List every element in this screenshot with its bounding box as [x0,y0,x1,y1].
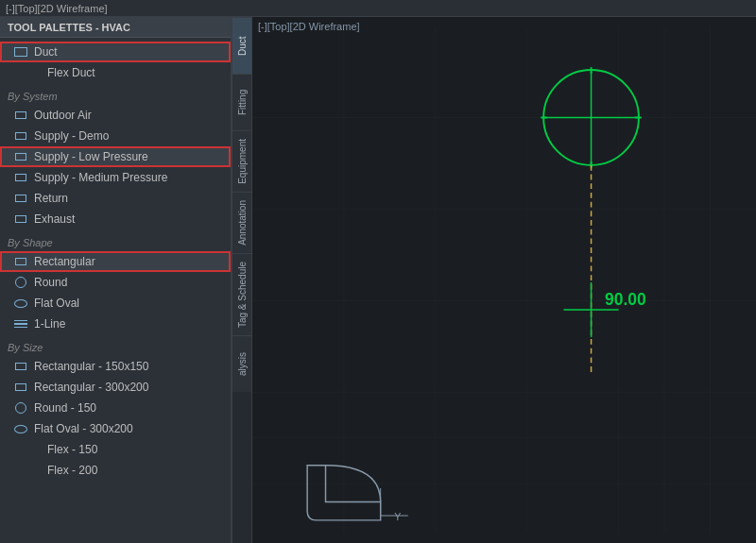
palette-item-rect-300x200[interactable]: Rectangular - 300x200 [0,377,231,398]
top-bar: [-][Top][2D Wireframe] [0,0,756,17]
section-by-system: By System [0,83,231,105]
flex-duct-icon [26,65,42,80]
flat-oval-300x200-icon [13,421,28,436]
supply-demo-label: Supply - Demo [34,129,109,143]
supply-med-label: Supply - Medium Pressure [34,171,167,184]
palette-item-round[interactable]: Round [0,272,231,293]
flat-oval-icon [13,296,28,311]
return-label: Return [34,192,68,205]
section-by-size: By Size [0,334,231,356]
palette-item-flex-duct[interactable]: Flex Duct [0,62,231,83]
supply-demo-icon [13,128,28,144]
flat-oval-label: Flat Oval [34,297,79,310]
exhaust-icon [13,212,28,227]
rectangular-icon [13,254,28,269]
vtab-duct[interactable]: Duct [232,17,251,74]
vtab-annotation[interactable]: Annotation [232,192,251,253]
vtab-analysis[interactable]: alysis [232,335,251,392]
viewport-title: [-][Top][2D Wireframe] [6,3,108,14]
1-line-icon [13,316,28,331]
svg-text:Y: Y [394,511,401,522]
palette-item-flat-oval[interactable]: Flat Oval [0,293,231,314]
palette-item-return[interactable]: Return [0,188,231,209]
palette-item-supply-low[interactable]: Supply - Low Pressure [0,146,231,167]
palette-item-exhaust[interactable]: Exhaust [0,209,231,229]
rect-300x200-label: Rectangular - 300x200 [34,381,148,394]
palette-header: TOOL PALETTES - HVAC [0,17,231,38]
cad-viewport: [-][Top][2D Wireframe] [252,17,756,543]
duct-icon [13,44,28,59]
outdoor-air-icon [13,108,28,123]
palette-item-supply-demo[interactable]: Supply - Demo [0,126,231,146]
flat-oval-300x200-label: Flat Oval - 300x200 [34,422,133,435]
round-150-label: Round - 150 [34,401,96,415]
viewport-header-label: [-][Top][2D Wireframe] [258,21,360,32]
flex-duct-label: Flex Duct [47,66,95,79]
vtab-tag-schedule[interactable]: Tag & Schedule [232,253,251,335]
duct-label: Duct [34,45,58,59]
palette-item-rect-150x150[interactable]: Rectangular - 150x150 [0,356,231,377]
vtab-equipment[interactable]: Equipment [232,130,251,192]
palette-item-outdoor-air[interactable]: Outdoor Air [0,105,231,126]
outdoor-air-label: Outdoor Air [34,109,92,122]
rectangular-label: Rectangular [34,255,95,268]
round-icon [13,275,28,290]
palette-item-rectangular[interactable]: Rectangular [0,251,231,272]
main-layout: TOOL PALETTES - HVAC Duct Flex Duct By S… [0,17,756,543]
vtab-fitting[interactable]: Fitting [232,74,251,130]
flex-150-label: Flex - 150 [47,443,97,456]
palette-item-round-150[interactable]: Round - 150 [0,398,231,418]
supply-med-icon [13,170,28,185]
palette-item-1-line[interactable]: 1-Line [0,314,231,334]
rect-300x200-icon [13,380,28,395]
palette-item-supply-med[interactable]: Supply - Medium Pressure [0,167,231,188]
palette-item-flex-150[interactable]: Flex - 150 [0,439,231,460]
rect-150x150-label: Rectangular - 150x150 [34,360,148,373]
exhaust-label: Exhaust [34,212,75,226]
supply-low-label: Supply - Low Pressure [34,150,148,163]
flex-150-icon [26,442,42,457]
section-by-shape: By Shape [0,229,231,251]
supply-low-icon [13,149,28,164]
svg-text:90.00: 90.00 [605,290,646,309]
palette-list[interactable]: Duct Flex Duct By System Outdoor Air Sup… [0,38,231,543]
flex-200-icon [26,463,42,478]
round-150-icon [13,400,28,416]
palette-item-flex-200[interactable]: Flex - 200 [0,460,231,481]
tool-palettes-panel: TOOL PALETTES - HVAC Duct Flex Duct By S… [0,17,232,543]
vertical-tabs-panel: Duct Fitting Equipment Annotation Tag & … [232,17,252,543]
1-line-label: 1-Line [34,317,65,331]
palette-item-flat-oval-300x200[interactable]: Flat Oval - 300x200 [0,418,231,439]
cad-canvas-svg: 90.00 Y [252,17,756,543]
palette-item-duct[interactable]: Duct [0,42,231,62]
round-label: Round [34,276,67,289]
svg-rect-0 [252,26,756,535]
rect-150x150-icon [13,359,28,374]
return-icon [13,191,28,206]
flex-200-label: Flex - 200 [47,464,97,477]
